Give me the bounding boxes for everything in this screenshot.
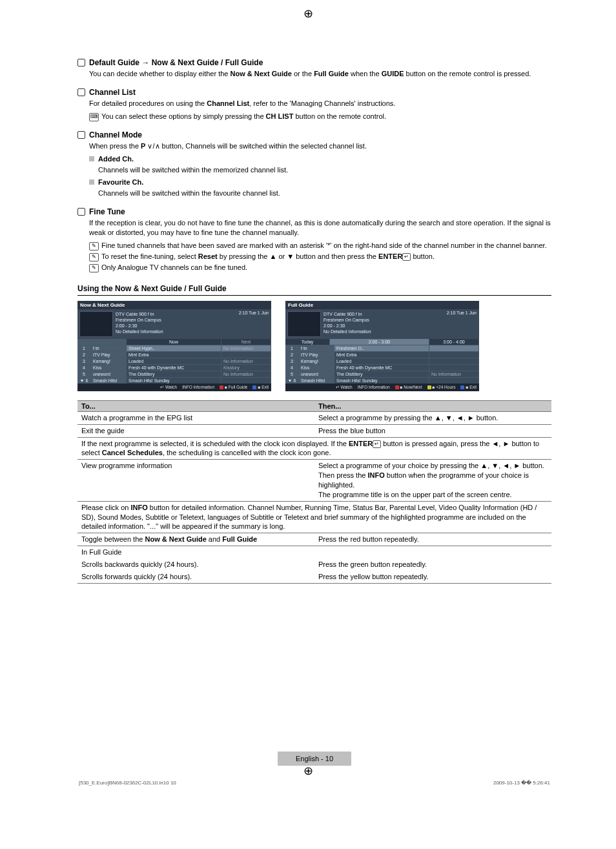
note-text: To reset the fine-tuning, select Reset b… — [101, 252, 435, 261]
guide-time: 2:00 - 2:30 — [323, 323, 477, 329]
note-fine-3: ✎ Only Analogue TV channels can be fine … — [89, 263, 551, 272]
text-bold: Channel List — [207, 99, 249, 107]
guide-row: ▼ 6Smash Hits!Smash Hits! Sunday — [77, 377, 271, 384]
guide-row: 2ITV PlayMint Extra — [77, 351, 271, 358]
legend-info: INFO Information — [182, 385, 214, 390]
table-row: Scrolls backwards quickly (24 hours). Pr… — [77, 558, 551, 571]
guide-row: ▼ 6Smash Hits!Smash Hits! Sunday — [285, 377, 479, 384]
table-row: Scrolls forwards quickly (24 hours). Pre… — [77, 571, 551, 583]
guide-info: DTV Cable 900 f tn Freshmen On Campus 2:… — [323, 311, 477, 337]
guide-time: 2:00 - 2:30 — [116, 323, 269, 329]
cell: If the next programme is selected, it is… — [77, 437, 551, 460]
bullet-icon — [77, 131, 85, 139]
text-bold: Now & Next Guide — [145, 535, 206, 543]
text: button on the remote control is pressed. — [404, 70, 531, 77]
heading-channel-mode: Channel Mode — [89, 130, 142, 139]
guide-rows: 1f tnFreshmen O..2ITV PlayMint Extra3Ker… — [285, 345, 479, 384]
text: When press the — [89, 142, 141, 150]
instruction-table: To... Then... Watch a programme in the E… — [77, 400, 551, 584]
guide-clock: 2:10 Tue 1 Jun — [447, 311, 477, 315]
heading-default-guide: Default Guide → Now & Next Guide / Full … — [89, 58, 263, 67]
legend-watch: ↵ Watch — [336, 385, 353, 390]
text: Select a programme of your choice by pre… — [318, 461, 548, 471]
text-bold: CH LIST — [266, 112, 294, 120]
table-row: Watch a programme in the EPG list Select… — [77, 411, 551, 424]
guide-row: 5onewordThe DistilleryNo Information — [285, 371, 479, 377]
cell: Scrolls forwards quickly (24 hours). — [77, 571, 314, 583]
bullet-icon — [77, 208, 85, 216]
now-next-guide-screenshot: Now & Next Guide DTV Cable 900 f tn Fres… — [77, 301, 271, 391]
section-fine-tune: Fine Tune If the reception is clear, you… — [77, 207, 551, 272]
guide-programme: Freshmen On Campus — [323, 317, 477, 323]
guide-row: 4KissFresh 40 with Dynamite MCKisstory — [77, 364, 271, 371]
bullet-icon — [77, 88, 85, 96]
text: or the — [292, 70, 314, 77]
text: ■ Full Guide — [225, 385, 247, 389]
text: ■ Now/Next — [400, 385, 422, 389]
sub-heading: Added Ch. — [98, 155, 134, 163]
col-now: Now — [127, 339, 221, 345]
guide-programme: Freshmen On Campus — [116, 317, 269, 323]
legend-exit: ■ Exit — [252, 385, 269, 390]
guide-thumb — [287, 311, 321, 337]
text-bold: Full Guide — [222, 535, 257, 543]
guide-row: 3Kerrang!Loaded — [285, 358, 479, 364]
text: ■ +24 Hours — [433, 385, 456, 389]
body-channel-mode: When press the P ∨/∧ button, Channels wi… — [89, 141, 551, 151]
guide-row: 5onewordThe DistilleryNo Information — [77, 371, 271, 377]
footer-meta: [530_E.Euro]BN68-02362C-02L10.in10 10 20… — [77, 780, 551, 786]
cell: Press the yellow button repeatedly. — [314, 571, 551, 583]
cell: Press the blue button — [314, 424, 551, 437]
text-bold: Cancel Schedules — [102, 449, 163, 456]
legend-nownext: ■ Now/Next — [395, 385, 422, 390]
text: The programme title is on the upper part… — [318, 490, 548, 500]
cell: In Full Guide — [77, 546, 314, 558]
col-next: Next — [221, 339, 271, 345]
guide-thumb — [79, 311, 113, 337]
text: button on the remote control. — [293, 112, 386, 120]
text-bold: INFO — [367, 471, 384, 479]
legend-full: ■ Full Guide — [220, 385, 247, 390]
text: Toggle between the — [81, 535, 145, 543]
doc-reference: [530_E.Euro]BN68-02362C-02L10.in10 10 — [79, 780, 176, 786]
text: Then press the — [318, 471, 367, 479]
updown-icon: ∨/∧ — [145, 142, 161, 150]
text: Please click on — [81, 504, 130, 511]
bullet-icon — [77, 59, 85, 66]
legend-watch: ↵ Watch — [160, 385, 177, 390]
cell: Press the green button repeatedly. — [314, 558, 551, 571]
sub-added-ch: Added Ch. — [89, 155, 551, 163]
heading-channel-list: Channel List — [89, 88, 136, 97]
guide-screenshots: Now & Next Guide DTV Cable 900 f tn Fres… — [77, 301, 551, 391]
sub-favourite-ch: Favourite Ch. — [89, 178, 551, 186]
text-bold: Full Guide — [314, 70, 349, 77]
text: , the scheduling is cancelled with the c… — [163, 449, 331, 456]
cell: Scrolls backwards quickly (24 hours). — [77, 558, 314, 571]
guide-detail: No Detailed Information — [116, 329, 269, 334]
guide-column-header: Today 2:00 - 3:00 3:00 - 4:00 — [285, 339, 479, 345]
registration-mark-top: ⊕ — [303, 6, 313, 21]
col-slot2: 3:00 - 4:00 — [429, 339, 479, 345]
table-row: In Full Guide — [77, 546, 551, 558]
table-row: Toggle between the Now & Next Guide and … — [77, 533, 551, 546]
page-number: English - 10 — [278, 752, 351, 766]
col-today: Today — [285, 339, 330, 345]
text: If the next programme is selected, it is… — [81, 440, 349, 447]
note-icon: ✎ — [89, 253, 99, 261]
enter-icon: ↵ — [373, 440, 381, 448]
text: For detailed procedures on using the — [89, 99, 207, 107]
remote-icon: ⌨ — [89, 113, 99, 121]
table-row-span: Please click on INFO button for detailed… — [77, 501, 551, 533]
guide-detail: No Detailed Information — [323, 329, 477, 334]
body-default-guide: You can decide whether to display either… — [89, 69, 551, 79]
table-row-span: If the next programme is selected, it is… — [77, 437, 551, 460]
text: and — [207, 535, 222, 543]
text: button for detailed information. Channel… — [81, 504, 537, 531]
legend-exit: ■ Exit — [460, 385, 477, 390]
text: button. — [411, 252, 435, 260]
body-channel-list-1: For detailed procedures on using the Cha… — [89, 99, 551, 108]
cell: Select a programme of your choice by pre… — [314, 460, 551, 501]
text-bold: GUIDE — [382, 70, 404, 77]
table-header-then: Then... — [314, 400, 551, 411]
note-channel-list: ⌨ You can select these options by simply… — [89, 112, 551, 121]
